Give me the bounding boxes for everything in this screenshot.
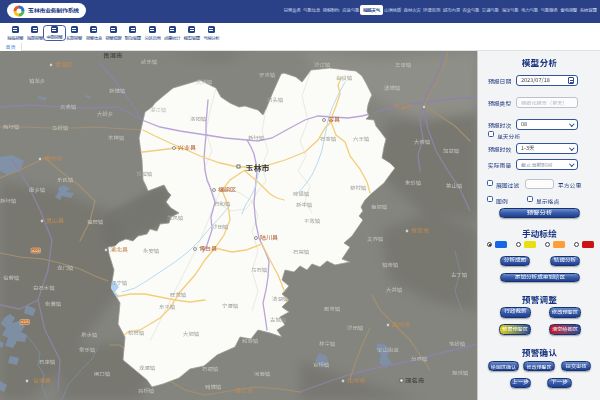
svg-text:清湖镇: 清湖镇 [272, 295, 289, 303]
svg-text:横州市: 横州市 [44, 154, 62, 163]
svg-text:福绵区: 福绵区 [218, 185, 236, 194]
svg-text:观珠镇: 观珠镇 [452, 369, 469, 377]
svg-text:武乐镇: 武乐镇 [141, 58, 158, 66]
svg-text:那务镇: 那务镇 [324, 305, 341, 313]
svg-text:宝山街道: 宝山街道 [377, 346, 399, 354]
svg-text:三堡镇: 三堡镇 [395, 61, 412, 69]
svg-text:镇隆镇: 镇隆镇 [382, 261, 399, 269]
svg-text:石寨镇: 石寨镇 [320, 135, 337, 143]
svg-text:分界镇: 分界镇 [411, 355, 428, 363]
svg-text:古丁镇: 古丁镇 [451, 271, 468, 279]
svg-text:石和镇: 石和镇 [214, 200, 231, 208]
svg-text:宁潭镇: 宁潭镇 [222, 302, 239, 310]
svg-text:河唇镇: 河唇镇 [254, 370, 271, 378]
svg-text:自良镇: 自良镇 [336, 74, 353, 82]
svg-text:朱砂镇: 朱砂镇 [405, 179, 422, 187]
svg-text:覃塘区: 覃塘区 [55, 60, 73, 69]
svg-text:玉林市: 玉林市 [246, 162, 270, 173]
svg-text:马岭镇: 马岭镇 [52, 124, 69, 132]
svg-text:大洋镇: 大洋镇 [196, 78, 213, 86]
svg-text:新圩镇: 新圩镇 [248, 134, 265, 142]
svg-text:石颈镇: 石颈镇 [202, 365, 219, 373]
svg-text:容县: 容县 [328, 115, 340, 124]
svg-text:黎村镇: 黎村镇 [350, 184, 367, 192]
svg-text:龙潭镇: 龙潭镇 [139, 364, 156, 372]
svg-text:亮桥镇: 亮桥镇 [138, 387, 155, 395]
svg-text:常乐镇: 常乐镇 [79, 346, 96, 354]
svg-text:G325: G325 [21, 319, 29, 324]
svg-text:隆盛镇: 隆盛镇 [293, 190, 310, 198]
svg-text:石头镇: 石头镇 [267, 96, 284, 104]
svg-text:大垌镇: 大垌镇 [183, 330, 200, 338]
svg-text:和寮镇: 和寮镇 [242, 337, 259, 345]
svg-text:永安镇: 永安镇 [143, 247, 160, 255]
svg-text:信宜市: 信宜市 [411, 226, 429, 235]
svg-text:笔岭镇: 笔岭镇 [449, 340, 466, 348]
svg-text:文界镇: 文界镇 [367, 235, 384, 243]
svg-text:新丰镇: 新丰镇 [296, 201, 313, 209]
svg-text:镇龙乡: 镇龙乡 [29, 77, 45, 85]
svg-text:茂凤镇: 茂凤镇 [167, 214, 184, 222]
svg-text:博白县: 博白县 [199, 244, 217, 253]
svg-text:高州市: 高州市 [392, 320, 410, 329]
svg-text:灵山县: 灵山县 [46, 216, 64, 225]
svg-text:新塘镇: 新塘镇 [109, 87, 126, 95]
svg-text:伯劳镇: 伯劳镇 [3, 274, 20, 282]
svg-text:贵港市: 贵港市 [103, 51, 123, 60]
svg-text:林尘镇: 林尘镇 [319, 340, 336, 348]
svg-text:大岭乡: 大岭乡 [97, 110, 113, 118]
svg-text:雅塘镇: 雅塘镇 [205, 383, 222, 391]
svg-text:茂名市: 茂名市 [405, 376, 425, 385]
svg-text:洛阳镇: 洛阳镇 [190, 115, 207, 123]
svg-text:福旺镇: 福旺镇 [87, 218, 104, 226]
svg-text:云表镇: 云表镇 [60, 103, 77, 111]
svg-text:浦北县: 浦北县 [110, 245, 128, 254]
svg-text:城隍镇: 城隍镇 [136, 170, 153, 178]
svg-text:木梓镇: 木梓镇 [108, 134, 125, 142]
svg-text:G228: G228 [32, 248, 40, 253]
svg-text:官桥镇: 官桥镇 [313, 361, 330, 369]
svg-text:松旺镇: 松旺镇 [128, 329, 145, 337]
svg-text:张黄镇: 张黄镇 [45, 300, 62, 308]
svg-text:波塘镇: 波塘镇 [384, 84, 401, 92]
svg-text:大隆镇: 大隆镇 [414, 138, 431, 146]
svg-text:沙江镇: 沙江镇 [314, 61, 331, 69]
svg-text:陆川县: 陆川县 [260, 233, 278, 242]
svg-text:沙田镇: 沙田镇 [212, 223, 229, 231]
svg-text:加益镇: 加益镇 [443, 147, 460, 155]
svg-text:平政镇: 平政镇 [304, 217, 321, 225]
svg-text:岑溪市: 岑溪市 [394, 102, 412, 111]
svg-text:大井镇: 大井镇 [386, 286, 403, 294]
svg-text:古城镇: 古城镇 [270, 316, 287, 324]
svg-text:南乡镇: 南乡镇 [29, 186, 46, 194]
svg-text:合浦县: 合浦县 [33, 376, 51, 385]
svg-text:六王镇: 六王镇 [353, 135, 370, 143]
svg-text:石康镇: 石康镇 [39, 358, 56, 366]
svg-text:东平镇: 东平镇 [159, 303, 176, 311]
svg-text:陶圩镇: 陶圩镇 [3, 123, 20, 131]
svg-text:江宁镇: 江宁镇 [111, 279, 128, 287]
svg-text:新圩镇: 新圩镇 [0, 197, 17, 205]
svg-text:廉江市: 廉江市 [235, 386, 253, 395]
svg-text:白石水镇: 白石水镇 [33, 284, 55, 292]
svg-text:盘垌镇: 盘垌镇 [371, 203, 388, 211]
svg-text:闸口镇: 闸口镇 [94, 370, 111, 378]
svg-text:泉水镇: 泉水镇 [81, 331, 98, 339]
svg-text:石窝镇: 石窝镇 [293, 248, 310, 256]
svg-text:旺茂镇: 旺茂镇 [170, 291, 187, 299]
svg-text:兴业县: 兴业县 [178, 143, 196, 152]
svg-text:化州市: 化州市 [347, 376, 365, 385]
svg-text:乌石镇: 乌石镇 [251, 266, 268, 274]
svg-text:沙田镇: 沙田镇 [347, 324, 364, 332]
svg-text:茶山镇: 茶山镇 [446, 182, 463, 190]
svg-text:罗秀镇: 罗秀镇 [259, 71, 276, 79]
svg-text:湛江镇: 湛江镇 [150, 106, 167, 114]
svg-text:乐民镇: 乐民镇 [57, 176, 74, 184]
svg-text:龙门镇: 龙门镇 [57, 264, 74, 272]
